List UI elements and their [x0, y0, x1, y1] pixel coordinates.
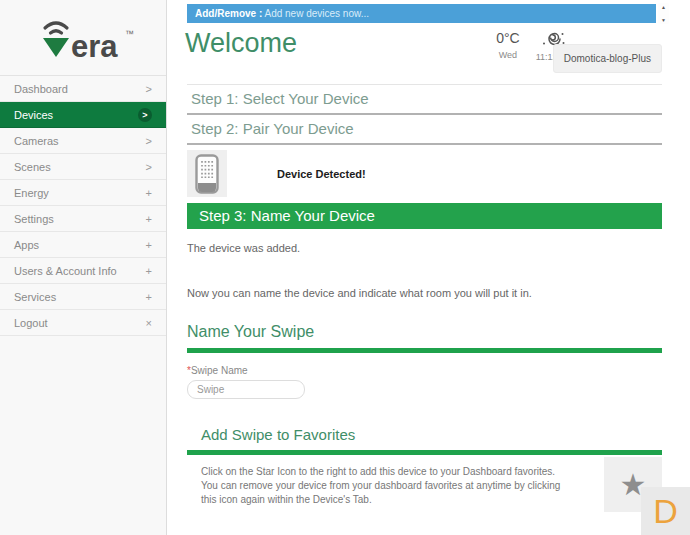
chevron-right-icon: >	[146, 135, 152, 147]
plus-icon: +	[146, 239, 152, 251]
add-remove-notification-bar[interactable]: Add/Remove : Add new devices now...	[187, 4, 656, 23]
svg-text:era: era	[71, 29, 118, 61]
wizard-content: Step 1: Select Your Device Step 2: Pair …	[187, 84, 662, 535]
account-button[interactable]: Domotica-blog-Plus	[553, 44, 662, 73]
sidebar: era ™ Dashboard > Devices > Cameras > Sc…	[0, 0, 167, 535]
green-divider-bar	[187, 348, 662, 353]
close-icon: ×	[146, 317, 152, 329]
watermark-letter: D	[653, 492, 678, 531]
scroll-up-icon[interactable]: ▲	[661, 3, 666, 11]
notification-title: Add/Remove :	[195, 8, 262, 19]
plus-icon: +	[146, 187, 152, 199]
plus-icon: +	[146, 213, 152, 225]
watermark-badge: D	[641, 487, 690, 535]
sidebar-item-cameras[interactable]: Cameras >	[0, 128, 166, 154]
step1-header[interactable]: Step 1: Select Your Device	[187, 84, 662, 115]
device-detected-row: Device Detected!	[187, 145, 662, 203]
name-your-swipe-section: Name Your Swipe *Swipe Name	[187, 323, 662, 399]
sidebar-item-services[interactable]: Services +	[0, 284, 166, 310]
notification-scrollbar[interactable]: ▲ ▼	[658, 3, 669, 24]
sidebar-item-apps[interactable]: Apps +	[0, 232, 166, 258]
vera-logo: era ™	[0, 0, 166, 76]
chevron-right-circle-icon: >	[138, 108, 152, 122]
sidebar-item-dashboard[interactable]: Dashboard >	[0, 76, 166, 102]
chevron-right-icon: >	[146, 83, 152, 95]
green-divider-bar	[187, 450, 662, 455]
remote-device-icon	[195, 154, 219, 194]
scroll-down-icon[interactable]: ▼	[661, 16, 666, 24]
notification-message: Add new devices now...	[264, 8, 369, 19]
chevron-right-icon: >	[146, 161, 152, 173]
device-added-message: The device was added.	[187, 242, 662, 254]
swipe-name-label: *Swipe Name	[187, 365, 662, 376]
sidebar-item-scenes[interactable]: Scenes >	[0, 154, 166, 180]
device-detected-label: Device Detected!	[277, 168, 366, 180]
instruction-text: Now you can name the device and indicate…	[187, 287, 662, 299]
name-section-heading: Name Your Swipe	[187, 323, 662, 341]
temperature-value: 0°C	[496, 30, 520, 46]
weather-day: Wed	[499, 50, 517, 60]
device-icon-box	[187, 150, 227, 197]
plus-icon: +	[146, 265, 152, 277]
sidebar-item-devices[interactable]: Devices >	[0, 102, 166, 128]
sidebar-item-logout[interactable]: Logout ×	[0, 310, 166, 336]
page-title: Welcome	[185, 28, 297, 59]
add-to-favorites-section: Add Swipe to Favorites Click on the Star…	[187, 426, 662, 507]
svg-text:™: ™	[125, 29, 134, 39]
plus-icon: +	[146, 291, 152, 303]
temperature-block: 0°C Wed	[496, 30, 520, 62]
favorites-description: Click on the Star Icon to the right to a…	[201, 465, 569, 507]
swipe-name-input[interactable]	[187, 380, 305, 399]
sidebar-item-energy[interactable]: Energy +	[0, 180, 166, 206]
vera-logo-icon: era ™	[32, 15, 134, 61]
favorites-section-heading: Add Swipe to Favorites	[201, 426, 662, 443]
sidebar-item-users-account-info[interactable]: Users & Account Info +	[0, 258, 166, 284]
step3-header[interactable]: Step 3: Name Your Device	[187, 203, 662, 229]
sidebar-item-settings[interactable]: Settings +	[0, 206, 166, 232]
step2-header[interactable]: Step 2: Pair Your Device	[187, 115, 662, 145]
main-content: Add/Remove : Add new devices now... ▲ ▼ …	[167, 0, 690, 535]
